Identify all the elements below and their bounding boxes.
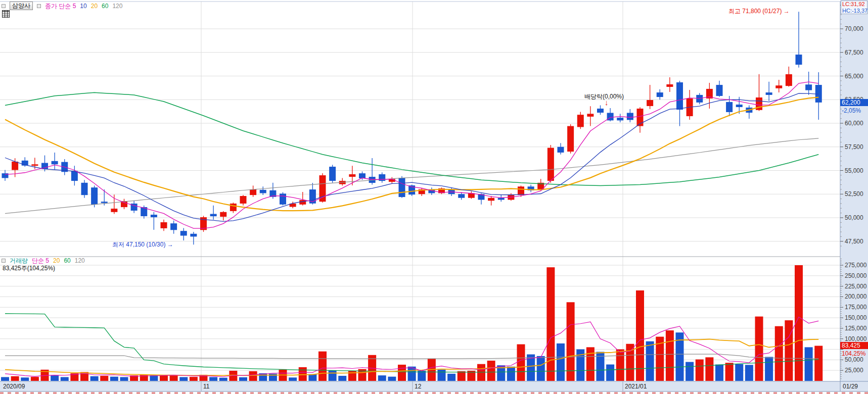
lower-pane-edge — [0, 392, 868, 394]
legend-bullet-icon — [37, 4, 41, 8]
annotation-high-text: 최고 71,800 (01/27) — [728, 8, 782, 15]
price-legend-item-ma20[interactable]: 20 — [91, 3, 98, 10]
x-axis-label: 2021/01 — [625, 383, 647, 390]
svg-text:125,000: 125,000 — [845, 325, 867, 332]
svg-text:50,000: 50,000 — [845, 214, 863, 221]
right-arrow-icon: → — [784, 8, 790, 15]
svg-text:150,000: 150,000 — [845, 314, 867, 321]
volume-legend-item-ma60[interactable]: 60 — [64, 257, 70, 264]
volume-ratio-label: 104,25% — [842, 350, 865, 357]
svg-text:225,000: 225,000 — [845, 283, 867, 290]
svg-text:100,000: 100,000 — [845, 335, 867, 342]
svg-text:67,500: 67,500 — [845, 49, 863, 56]
chart-grid-icon[interactable] — [2, 10, 10, 19]
svg-text:47,500: 47,500 — [845, 238, 863, 245]
volume-legend-item-ma120[interactable]: 120 — [75, 257, 85, 264]
hc-value: HC:-13,37 — [842, 8, 867, 14]
volume-legend-item-ma5[interactable]: 단순 5 — [32, 257, 49, 264]
volume-legend-title[interactable]: 거래량 — [10, 257, 28, 264]
current-volume-badge: 83,425 — [840, 342, 868, 349]
lc-hc-box: LC:31,92 HC:-13,37 — [841, 1, 867, 14]
svg-text:52,500: 52,500 — [845, 190, 863, 198]
price-legend-item-ma120[interactable]: 120 — [112, 3, 122, 10]
annotation-high: 최고 71,800 (01/27) → — [728, 8, 790, 15]
x-axis-label: 01/29 — [843, 383, 858, 390]
svg-text:250,000: 250,000 — [845, 272, 867, 279]
current-price-badge: 62,200 — [840, 99, 868, 106]
lc-value: LC:31,92 — [842, 1, 867, 8]
chart-window: 70,00067,50065,00062,50060,00057,50055,0… — [0, 0, 868, 394]
legend-bullet-icon — [2, 4, 6, 8]
down-arrow-icon: ↓ — [605, 99, 609, 106]
right-arrow-icon: → — [167, 241, 173, 248]
annotation-low-text: 최저 47,150 (10/30) — [112, 241, 165, 248]
price-change-label: -2,05% — [842, 107, 861, 114]
svg-text:275,000: 275,000 — [845, 262, 867, 269]
legend-bullet-icon — [2, 259, 6, 263]
svg-text:25,000: 25,000 — [845, 367, 863, 374]
x-axis-label: 11 — [203, 383, 209, 390]
volume-summary: 83,425주(104,25%) — [3, 265, 55, 272]
svg-text:60,000: 60,000 — [845, 120, 863, 127]
svg-text:50,000: 50,000 — [845, 356, 863, 363]
price-legend-item-ma10[interactable]: 10 — [80, 3, 86, 10]
svg-text:70,000: 70,000 — [845, 25, 863, 32]
x-axis-label: 2020/09 — [3, 383, 25, 390]
volume-legend-item-ma20[interactable]: 20 — [53, 257, 60, 264]
stock-name-box[interactable]: 삼양사 — [10, 2, 33, 10]
annotation-low: 최저 47,150 (10/30) → — [112, 241, 173, 248]
price-legend-item-ma5[interactable]: 종가 단순 5 — [45, 3, 76, 10]
volume-legend: 거래량 단순 5 20 60 120 — [2, 257, 85, 264]
svg-text:175,000: 175,000 — [845, 304, 867, 311]
price-legend-item-ma60[interactable]: 60 — [102, 3, 108, 10]
svg-text:65,000: 65,000 — [845, 73, 863, 80]
svg-text:200,000: 200,000 — [845, 293, 867, 300]
candlestick-volume-chart: 70,00067,50065,00062,50060,00057,50055,0… — [0, 0, 868, 394]
x-axis-label: 12 — [415, 383, 421, 390]
svg-text:55,000: 55,000 — [845, 167, 863, 174]
price-legend: 삼양사 종가 단순 5 10 20 60 120 — [2, 2, 122, 10]
svg-text:57,500: 57,500 — [845, 143, 863, 151]
